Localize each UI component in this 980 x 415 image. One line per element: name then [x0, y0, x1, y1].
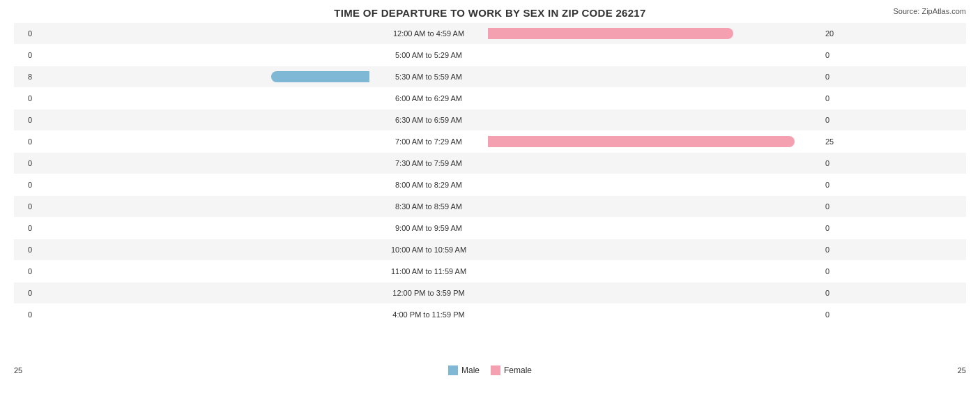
bar-section-right [488, 93, 822, 104]
bar-section-left [35, 244, 369, 255]
left-value: 0 [14, 202, 35, 211]
chart-row: 8 5:30 AM to 5:59 AM 0 [14, 66, 966, 87]
bar-section-left [35, 266, 369, 277]
bottom-right-value: 25 [938, 366, 966, 375]
chart-row: 0 5:00 AM to 5:29 AM 0 [14, 45, 966, 66]
time-label: 9:00 AM to 9:59 AM [369, 224, 488, 232]
right-value: 0 [822, 267, 843, 276]
left-value: 0 [14, 29, 35, 38]
legend-female: Female [491, 365, 532, 375]
chart-row: 0 12:00 AM to 4:59 AM 20 [14, 23, 966, 44]
chart-row: 0 7:30 AM to 7:59 AM 0 [14, 153, 966, 174]
bottom-left-value: 25 [14, 366, 42, 375]
time-label: 6:30 AM to 6:59 AM [369, 116, 488, 124]
right-value: 0 [822, 202, 843, 211]
source-label: Source: ZipAtlas.com [893, 7, 966, 15]
chart-row: 0 4:00 PM to 11:59 PM 0 [14, 304, 966, 325]
bar-section-right [488, 179, 822, 190]
left-value: 0 [14, 181, 35, 189]
female-legend-box [491, 365, 500, 375]
left-value: 0 [14, 267, 35, 276]
chart-row: 0 12:00 PM to 3:59 PM 0 [14, 282, 966, 303]
right-value: 0 [822, 310, 843, 319]
right-value: 0 [822, 51, 843, 59]
bar-section-left [35, 71, 369, 82]
chart-title: TIME OF DEPARTURE TO WORK BY SEX IN ZIP … [14, 7, 966, 19]
bar-section-right [488, 201, 822, 212]
bar-section-right [488, 287, 822, 299]
left-value: 0 [14, 137, 35, 146]
chart-row: 0 8:00 AM to 8:29 AM 0 [14, 174, 966, 195]
chart-area: 0 12:00 AM to 4:59 AM 20 0 5:00 AM to 5:… [14, 23, 966, 361]
left-value: 0 [14, 224, 35, 232]
time-label: 8:00 AM to 8:29 AM [369, 181, 488, 189]
bar-section-left [35, 287, 369, 299]
bar-section-left [35, 222, 369, 234]
right-value: 0 [822, 73, 843, 81]
time-label: 8:30 AM to 8:59 AM [369, 202, 488, 211]
female-legend-label: Female [504, 365, 532, 375]
time-label: 7:00 AM to 7:29 AM [369, 137, 488, 146]
bar-section-left [35, 179, 369, 190]
bar-section-left [35, 158, 369, 169]
bar-section-right [488, 71, 822, 82]
right-value: 25 [822, 137, 843, 146]
right-value: 0 [822, 289, 843, 297]
bar-section-right [488, 266, 822, 277]
time-label: 12:00 PM to 3:59 PM [369, 289, 488, 297]
bar-section-right [488, 28, 822, 39]
bar-section-left [35, 136, 369, 147]
bar-section-right [488, 158, 822, 169]
bar-section-right [488, 114, 822, 126]
time-label: 5:00 AM to 5:29 AM [369, 51, 488, 59]
left-value: 0 [14, 310, 35, 319]
time-label: 6:00 AM to 6:29 AM [369, 94, 488, 103]
left-value: 0 [14, 116, 35, 124]
bottom-area: 25 Male Female 25 [14, 361, 966, 375]
time-label: 5:30 AM to 5:59 AM [369, 73, 488, 81]
right-value: 0 [822, 224, 843, 232]
bar-section-right [488, 50, 822, 61]
left-value: 0 [14, 246, 35, 254]
time-label: 4:00 PM to 11:59 PM [369, 310, 488, 319]
right-value: 0 [822, 246, 843, 254]
bar-section-right [488, 222, 822, 234]
left-value: 0 [14, 94, 35, 103]
bar-section-left [35, 28, 369, 39]
male-bar [271, 71, 369, 82]
left-value: 0 [14, 289, 35, 297]
chart-row: 0 11:00 AM to 11:59 AM 0 [14, 261, 966, 282]
legend: Male Female [448, 365, 532, 375]
bar-section-right [488, 136, 822, 147]
left-value: 0 [14, 159, 35, 167]
time-label: 7:30 AM to 7:59 AM [369, 159, 488, 167]
chart-row: 0 6:30 AM to 6:59 AM 0 [14, 110, 966, 130]
chart-row: 0 7:00 AM to 7:29 AM 25 [14, 131, 966, 152]
male-legend-label: Male [461, 365, 480, 375]
bar-section-left [35, 114, 369, 126]
right-value: 20 [822, 29, 843, 38]
legend-male: Male [448, 365, 480, 375]
bar-section-left [35, 93, 369, 104]
time-label: 12:00 AM to 4:59 AM [369, 29, 488, 38]
right-value: 0 [822, 181, 843, 189]
chart-container: TIME OF DEPARTURE TO WORK BY SEX IN ZIP … [0, 0, 980, 415]
chart-row: 0 9:00 AM to 9:59 AM 0 [14, 218, 966, 239]
bar-section-right [488, 244, 822, 255]
bar-section-left [35, 50, 369, 61]
male-legend-box [448, 365, 458, 375]
left-value: 0 [14, 51, 35, 59]
chart-row: 0 6:00 AM to 6:29 AM 0 [14, 88, 966, 109]
chart-row: 0 8:30 AM to 8:59 AM 0 [14, 196, 966, 217]
female-bar [488, 136, 795, 147]
bar-section-right [488, 309, 822, 320]
bar-section-left [35, 201, 369, 212]
bar-section-left [35, 309, 369, 320]
chart-row: 0 10:00 AM to 10:59 AM 0 [14, 239, 966, 260]
time-label: 10:00 AM to 10:59 AM [369, 246, 488, 254]
right-value: 0 [822, 94, 843, 103]
time-label: 11:00 AM to 11:59 AM [369, 267, 488, 276]
female-bar [488, 28, 733, 39]
right-value: 0 [822, 159, 843, 167]
right-value: 0 [822, 116, 843, 124]
